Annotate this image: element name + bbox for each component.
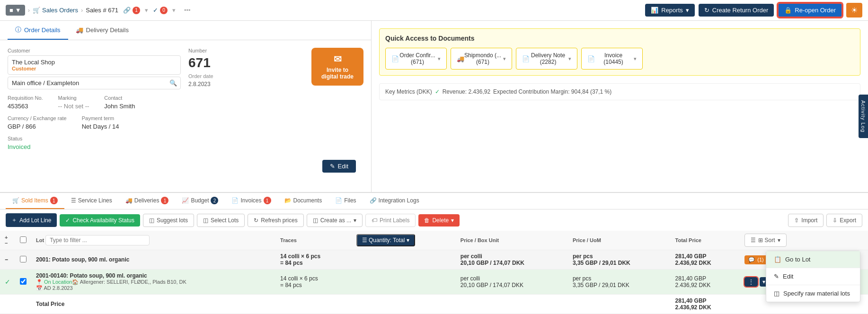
bottom-tab-integration-logs[interactable]: 🔗 Integration Logs — [363, 193, 426, 209]
bottom-tabs-bar: 🛒 Sold Items 1 ☰ Service Lines 🚚 Deliver… — [0, 193, 868, 209]
search-icon: 🔍 — [169, 79, 177, 87]
select-lots-button[interactable]: ◫ Select Lots — [197, 214, 245, 227]
edit-button[interactable]: ✎ Edit — [322, 160, 356, 173]
traces-header: Traces — [275, 231, 351, 250]
lot-filter-input[interactable] — [45, 235, 150, 245]
total-row: Total Price 281,40 GBP2.436,92 DKK — [0, 295, 868, 314]
info-icon: ⓘ — [15, 26, 21, 34]
create-return-order-button[interactable]: ↻ Create Return Order — [699, 4, 774, 17]
number-group: Number 671 Order date 2.8.2023 — [188, 48, 304, 89]
doc-icon-3: 📄 — [522, 55, 530, 62]
reports-dropdown-icon: ▾ — [686, 7, 689, 14]
sort-button[interactable]: ☰ ⊞ Sort ▾ — [744, 234, 786, 247]
total-values: 281,40 GBP2.436,92 DKK — [671, 295, 740, 314]
reports-button[interactable]: 📊 Reports ▾ — [645, 4, 695, 17]
doc-card-shipmondo[interactable]: 🚚 Shipmondo (... (671) ▾ — [451, 48, 512, 70]
create-as-button[interactable]: ◫ Create as ... ▾ — [307, 214, 363, 227]
breadcrumb: ■ ▼ › 🛒 Sales Orders › Sales # 671 🔗 1 ▾… — [6, 5, 642, 16]
row-more-button[interactable]: ⋮ — [744, 277, 758, 287]
lot-table-container: +− Lot Traces ☰ Quant — [0, 231, 868, 314]
top-navigation: ■ ▼ › 🛒 Sales Orders › Sales # 671 🔗 1 ▾… — [0, 0, 868, 21]
reopen-icon: 🔒 — [784, 7, 792, 14]
quantity-cell-2 — [352, 270, 456, 295]
delete-icon: 🗑 — [424, 217, 430, 224]
refresh-prices-button[interactable]: ↻ Refresh prices — [248, 214, 303, 227]
bottom-tab-service-lines[interactable]: ☰ Service Lines — [64, 193, 119, 209]
breadcrumb-current-order[interactable]: Sales # 671 — [86, 7, 118, 14]
add-lot-line-button[interactable]: ＋ Add Lot Line — [6, 213, 57, 227]
requisition-value: 453563 — [8, 103, 43, 110]
customer-group: Customer The Local Shop Customer 🔍 — [8, 48, 181, 89]
print-icon: 🏷 — [372, 217, 377, 224]
back-arrow: ▼ — [15, 7, 21, 14]
sales-orders-icon: 🛒 — [33, 7, 40, 14]
quantity-toggle-button[interactable]: ☰ Quantity: Total ▾ — [356, 234, 415, 246]
currency-value: GBP / 866 — [8, 123, 67, 130]
row-expand[interactable]: − — [0, 250, 15, 270]
dropdown-go-to-lot[interactable]: 📋 Go to Lot — [766, 251, 860, 268]
notification-button[interactable]: ☀ — [846, 3, 862, 17]
go-to-lot-icon: 📋 — [774, 256, 781, 263]
delete-button[interactable]: 🗑 Delete ▾ — [418, 214, 460, 227]
specify-raw-icon: ◫ — [774, 290, 779, 297]
action-toolbar: ＋ Add Lot Line ✓ Check Availability Stat… — [0, 209, 868, 231]
bottom-tab-deliveries[interactable]: 🚚 Deliveries 1 — [119, 193, 176, 209]
notification-icon: ☀ — [851, 6, 858, 14]
deliveries-icon: 🚚 — [125, 197, 133, 204]
doc-icon-1: 📄 — [391, 55, 399, 62]
order-tabs: ⓘ Order Details 🚚 Delivery Details — [0, 21, 371, 40]
top-nav-actions: 📊 Reports ▾ ↻ Create Return Order 🔒 Re-o… — [645, 3, 862, 17]
payment-label: Payment term — [82, 115, 119, 121]
dropdown-specify-raw[interactable]: ◫ Specify raw material lots — [766, 285, 860, 302]
main-office-input[interactable] — [8, 77, 181, 89]
qty-dropdown-icon: ▾ — [407, 237, 409, 244]
lot-detail-cell: 2001-00140: Potato soup, 900 ml. organic… — [31, 270, 275, 295]
form-row-2: Requisition No. 453563 Marking -- Not se… — [8, 95, 363, 110]
lot-header: Lot — [31, 231, 275, 250]
doc-card-order-confirm[interactable]: 📄 Order Confir... (671) ▾ — [385, 48, 447, 70]
row-checkbox[interactable] — [20, 256, 27, 262]
invite-digital-trade-button[interactable]: ✉ Invite to digital trade — [311, 48, 363, 86]
traces-cell: 14 colli × 6 pcs= 84 pcs — [275, 250, 351, 270]
export-icon: ⇩ — [833, 217, 837, 224]
bottom-tab-files[interactable]: 📄 Files — [328, 193, 363, 209]
bottom-section: 🛒 Sold Items 1 ☰ Service Lines 🚚 Deliver… — [0, 192, 868, 314]
import-button[interactable]: ⇧ Import — [788, 214, 824, 227]
total-price-cell-2: 281,40 GBP2.436,92 DKK — [671, 270, 740, 295]
bottom-tab-budget[interactable]: 📈 Budget 2 — [175, 193, 225, 209]
customer-input[interactable]: The Local Shop Customer — [8, 55, 181, 75]
chat-button[interactable]: 💬 (1) — [744, 255, 767, 264]
link-badge-btn[interactable]: 🔗 1 — [123, 7, 140, 14]
check-badge-btn[interactable]: ✓ 0 — [153, 7, 168, 14]
suggest-lots-button[interactable]: ◫ Suggest lots — [143, 214, 194, 227]
form-row-1: Customer The Local Shop Customer 🔍 Numbe… — [8, 48, 363, 89]
customer-value: The Local Shop — [12, 59, 177, 66]
order-date-label: Order date — [188, 73, 304, 79]
marking-value: -- Not set -- — [58, 103, 89, 110]
row-dropdown-icon: ▾ — [762, 279, 765, 285]
bottom-tab-sold-items[interactable]: 🛒 Sold Items 1 — [6, 193, 64, 209]
print-labels-button[interactable]: 🏷 Print Labels — [365, 214, 416, 227]
activity-log-tab[interactable]: Activity Log — [859, 95, 868, 138]
back-button[interactable]: ■ ▼ — [6, 5, 25, 16]
breadcrumb-sales-orders[interactable]: 🛒 Sales Orders — [33, 7, 78, 14]
select-all-checkbox[interactable] — [20, 236, 27, 243]
reopen-order-button[interactable]: 🔒 Re-open Order — [778, 3, 842, 17]
doc-dropdown-icon-2: ▾ — [503, 56, 506, 62]
dropdown-edit[interactable]: ✎ Edit — [766, 268, 860, 285]
expand-icon[interactable]: +− — [5, 235, 8, 246]
tab-delivery-details[interactable]: 🚚 Delivery Details — [68, 21, 136, 40]
doc-card-delivery-note[interactable]: 📄 Delivery Note (2282) ▾ — [516, 48, 577, 70]
bottom-tab-documents[interactable]: 📂 Documents — [278, 193, 329, 209]
bottom-tab-invoices[interactable]: 📄 Invoices 1 — [225, 193, 277, 209]
tab-order-details[interactable]: ⓘ Order Details — [8, 21, 68, 40]
row-checkbox-2[interactable] — [20, 278, 27, 285]
expand-collapse-header: +− — [0, 231, 15, 250]
doc-card-invoice[interactable]: 📄 Invoice (10445) ▾ — [581, 48, 643, 70]
metrics-check-icon: ✓ — [435, 88, 440, 95]
check-availability-button[interactable]: ✓ Check Availability Status — [60, 214, 140, 227]
order-number: 671 — [188, 55, 304, 70]
payment-value: Net Days / 14 — [82, 123, 119, 130]
export-button[interactable]: ⇩ Export — [826, 214, 862, 227]
status-group: Status Invoiced — [8, 136, 30, 150]
